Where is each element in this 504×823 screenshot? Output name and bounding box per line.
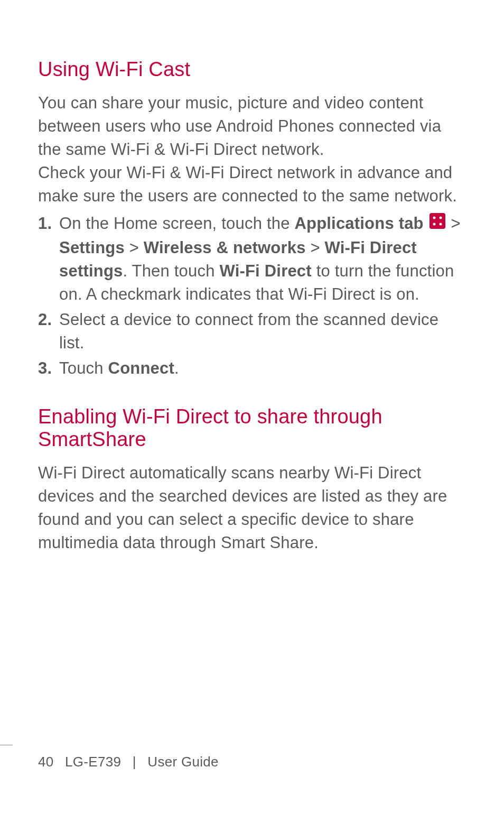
step-1: On the Home screen, touch the Applicatio… xyxy=(38,212,466,306)
step-2: Select a device to connect from the scan… xyxy=(38,308,466,355)
step1-gt1: > xyxy=(446,214,461,233)
step3-post: . xyxy=(174,359,179,377)
page-number: 40 xyxy=(38,754,54,770)
steps-list: On the Home screen, touch the Applicatio… xyxy=(38,212,466,380)
paragraph-smartshare: Wi-Fi Direct automatically scans nearby … xyxy=(38,461,466,554)
step1-gt3: > xyxy=(306,238,325,257)
footer-separator: | xyxy=(133,754,136,770)
footer-model: LG-E739 xyxy=(65,754,121,770)
svg-point-4 xyxy=(439,223,442,225)
step-3: Touch Connect. xyxy=(38,357,466,380)
step1-settings: Settings xyxy=(59,238,125,257)
step1-mid: . Then touch xyxy=(123,262,219,280)
footer-label: User Guide xyxy=(147,754,219,770)
apps-grid-icon xyxy=(430,212,445,235)
page-footer: 40 LG-E739 | User Guide xyxy=(38,745,466,770)
step1-gt2: > xyxy=(125,238,144,257)
step1-pre: On the Home screen, touch the xyxy=(59,214,294,233)
step1-apps-tab: Applications tab xyxy=(294,214,423,233)
svg-rect-0 xyxy=(430,213,445,229)
step3-pre: Touch xyxy=(59,359,108,377)
section-heading-wifi-cast: Using Wi-Fi Cast xyxy=(38,58,466,81)
footer-rule xyxy=(0,745,13,745)
step1-wifi-direct: Wi-Fi Direct xyxy=(219,262,311,280)
section-heading-smartshare: Enabling Wi-Fi Direct to share through S… xyxy=(38,405,466,451)
paragraph-wifi-cast-check: Check your Wi-Fi & Wi-Fi Direct network … xyxy=(38,161,466,208)
svg-point-3 xyxy=(433,223,435,225)
step1-wireless: Wireless & networks xyxy=(144,238,306,257)
paragraph-wifi-cast-intro: You can share your music, picture and vi… xyxy=(38,91,466,161)
svg-point-1 xyxy=(433,216,435,219)
step3-connect: Connect xyxy=(108,359,174,377)
svg-point-2 xyxy=(439,216,442,219)
